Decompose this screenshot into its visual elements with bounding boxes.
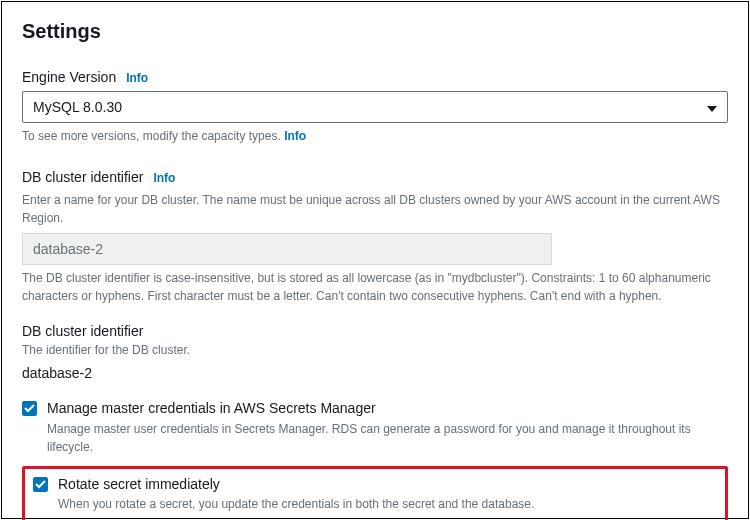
page-title: Settings: [22, 20, 728, 43]
engine-version-select[interactable]: MySQL 8.0.30: [22, 91, 728, 123]
rotate-secret-checkbox[interactable]: [33, 477, 48, 492]
check-icon: [35, 480, 46, 489]
db-cluster-id-ro-value: database-2: [22, 365, 728, 381]
manage-credentials-desc: Manage master user credentials in Secret…: [47, 420, 728, 456]
engine-version-hint-text: To see more versions, modify the capacit…: [22, 129, 284, 143]
db-cluster-id-input[interactable]: [22, 233, 552, 265]
manage-credentials-row: Manage master credentials in AWS Secrets…: [22, 399, 728, 456]
db-cluster-id-desc: Enter a name for your DB cluster. The na…: [22, 191, 728, 227]
chevron-down-icon: [707, 99, 717, 115]
rotate-secret-row: Rotate secret immediately When you rotat…: [33, 475, 717, 514]
settings-panel: Settings Engine Version Info MySQL 8.0.3…: [1, 1, 749, 519]
manage-credentials-label: Manage master credentials in AWS Secrets…: [47, 399, 728, 419]
manage-credentials-content: Manage master credentials in AWS Secrets…: [47, 399, 728, 456]
engine-version-label: Engine Version: [22, 69, 116, 85]
engine-version-label-row: Engine Version Info: [22, 69, 728, 85]
db-cluster-id-constraints: The DB cluster identifier is case-insens…: [22, 269, 728, 305]
rotate-secret-highlight: Rotate secret immediately When you rotat…: [22, 466, 728, 520]
db-cluster-id-label-row: DB cluster identifier Info: [22, 169, 728, 185]
db-cluster-id-ro-label: DB cluster identifier: [22, 323, 728, 339]
db-cluster-id-label: DB cluster identifier: [22, 169, 143, 185]
engine-version-hint: To see more versions, modify the capacit…: [22, 127, 728, 145]
db-cluster-id-info-link[interactable]: Info: [153, 171, 175, 185]
manage-credentials-checkbox[interactable]: [22, 401, 37, 416]
db-cluster-id-input-group: DB cluster identifier Info Enter a name …: [22, 169, 728, 305]
rotate-secret-label: Rotate secret immediately: [58, 475, 717, 495]
engine-version-selected: MySQL 8.0.30: [33, 99, 122, 115]
check-icon: [24, 404, 35, 413]
db-cluster-id-readonly-group: DB cluster identifier The identifier for…: [22, 323, 728, 381]
engine-version-info-link[interactable]: Info: [126, 71, 148, 85]
rotate-secret-content: Rotate secret immediately When you rotat…: [58, 475, 717, 514]
db-cluster-id-ro-desc: The identifier for the DB cluster.: [22, 341, 728, 359]
engine-version-hint-info-link[interactable]: Info: [284, 129, 306, 143]
engine-version-group: Engine Version Info MySQL 8.0.30 To see …: [22, 69, 728, 145]
rotate-secret-desc: When you rotate a secret, you update the…: [58, 495, 717, 513]
